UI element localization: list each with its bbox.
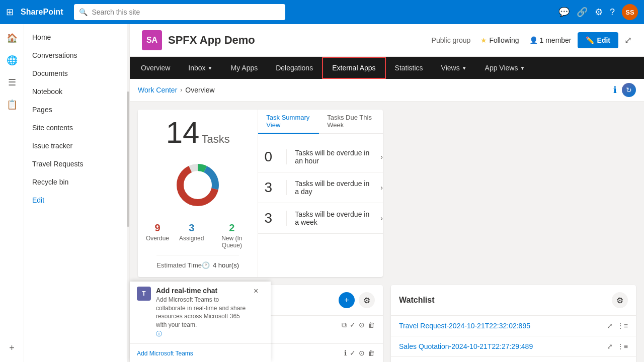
tab-tasks-due-week[interactable]: Tasks Due This Week bbox=[319, 110, 383, 134]
watchlist-card: Watchlist ⚙ Travel Request-2024-10-21T22… bbox=[391, 285, 636, 362]
task-summary-row-0: 0 Tasks will be overdue in an hour › bbox=[258, 142, 383, 172]
sidebar-item-site-contents[interactable]: Site contents bbox=[24, 119, 129, 137]
share-icon[interactable]: 🔗 bbox=[577, 7, 588, 18]
watchlist-item-1: Sales Quotation-2024-10-21T22:27:29:489 … bbox=[391, 336, 636, 357]
watchlist-item-0-name[interactable]: Travel Request-2024-10-21T22:32:02:895 bbox=[399, 322, 602, 330]
site-logo: SA bbox=[142, 30, 162, 50]
svg-point-4 bbox=[187, 174, 209, 196]
planned-task-1-delete-icon[interactable]: 🗑 bbox=[368, 349, 375, 357]
tab-myapps[interactable]: My Apps bbox=[222, 57, 267, 79]
tab-task-summary-view[interactable]: Task Summary View bbox=[258, 110, 319, 134]
settings-icon[interactable]: ⚙ bbox=[595, 7, 603, 18]
add-teams-link[interactable]: Add Microsoft Teams bbox=[137, 350, 193, 357]
task-row-count-0: 0 bbox=[258, 149, 278, 165]
planned-task-1-info-icon[interactable]: ℹ bbox=[344, 349, 347, 357]
watchlist-item-1-menu-icon[interactable]: ⋮≡ bbox=[617, 342, 628, 350]
sidebar-icon-tasks[interactable]: 📋 bbox=[2, 95, 22, 115]
teams-popup: T Add real-time chat Add Microsoft Teams… bbox=[130, 282, 271, 362]
teams-popup-close-button[interactable]: × bbox=[254, 287, 264, 296]
planned-task-1-clock-icon[interactable]: ⊙ bbox=[359, 349, 365, 357]
teams-popup-header: T Add real-time chat Add Microsoft Teams… bbox=[130, 282, 271, 344]
star-icon: ★ bbox=[480, 36, 487, 44]
teams-popup-body: Add Microsoft Teams bbox=[130, 344, 271, 362]
task-summary-row-1: 3 Tasks will be overdue in a day › bbox=[258, 172, 383, 203]
sidebar-nav: Home Conversations Documents Notebook Pa… bbox=[24, 24, 129, 213]
nav-tabs: Overview Inbox ▼ My Apps Delegations Ext… bbox=[130, 57, 644, 79]
task-row-arrow-1[interactable]: › bbox=[380, 184, 383, 192]
watchlist-item-0: Travel Request-2024-10-21T22:32:02:895 ⤢… bbox=[391, 316, 636, 336]
tab-views[interactable]: Views ▼ bbox=[432, 57, 476, 79]
search-icon: 🔍 bbox=[79, 8, 88, 16]
sidebar-item-pages[interactable]: Pages bbox=[24, 101, 129, 119]
tab-inbox[interactable]: Inbox ▼ bbox=[179, 57, 221, 79]
expand-icon[interactable]: ⤢ bbox=[624, 35, 632, 46]
avatar[interactable]: SS bbox=[622, 4, 638, 20]
task-summary-row-2: 3 Tasks will be overdue in a week › bbox=[258, 203, 383, 234]
task-overview-right: Task Summary View Tasks Due This Week 0 … bbox=[258, 110, 383, 277]
watchlist-item-0-menu-icon[interactable]: ⋮≡ bbox=[617, 322, 628, 330]
sidebar-item-issue-tracker[interactable]: Issue tracker bbox=[24, 137, 129, 155]
sidebar-icon-global[interactable]: 🌐 bbox=[2, 50, 22, 70]
tab-app-views[interactable]: App Views ▼ bbox=[476, 57, 534, 79]
teams-popup-title: Add real-time chat bbox=[156, 287, 249, 295]
public-group-label: Public group bbox=[432, 36, 471, 44]
task-row-count-2: 3 bbox=[258, 210, 278, 226]
task-total-count: 14 bbox=[166, 118, 200, 148]
watchlist-item-0-share-icon[interactable]: ⤢ bbox=[607, 322, 613, 330]
task-stat-assigned: 3 Assigned bbox=[179, 222, 204, 249]
task-row-arrow-0[interactable]: › bbox=[380, 153, 383, 161]
planned-task-0-actions: ⧉ ✓ ⊙ 🗑 bbox=[342, 321, 375, 329]
sidebar-item-conversations[interactable]: Conversations bbox=[24, 46, 129, 64]
watchlist-item-1-share-icon[interactable]: ⤢ bbox=[607, 342, 613, 350]
task-row-arrow-2[interactable]: › bbox=[380, 214, 383, 222]
clock-icon: 🕐 bbox=[202, 261, 210, 269]
planned-tasks-settings-button[interactable]: ⚙ bbox=[359, 292, 375, 308]
tab-overview[interactable]: Overview bbox=[132, 57, 179, 79]
watchlist-item-1-name[interactable]: Sales Quotation-2024-10-21T22:27:29:489 bbox=[399, 342, 602, 350]
sidebar-item-travel-requests[interactable]: Travel Requests bbox=[24, 155, 129, 173]
refresh-button[interactable]: ↻ bbox=[622, 83, 636, 97]
inbox-arrow-icon: ▼ bbox=[208, 65, 213, 71]
tab-external-apps[interactable]: External Apps bbox=[322, 57, 385, 79]
planned-task-0-clock-icon[interactable]: ⊙ bbox=[359, 321, 365, 329]
task-row-divider-0 bbox=[286, 149, 287, 164]
breadcrumb-bar: Work Center › Overview ℹ ↻ bbox=[130, 79, 644, 102]
members-label[interactable]: 👤 1 member bbox=[529, 36, 572, 44]
grid-icon[interactable]: ⊞ bbox=[6, 7, 14, 18]
planned-tasks-actions: + ⚙ bbox=[339, 292, 375, 308]
sharepoint-logo[interactable]: SharePoint bbox=[21, 8, 63, 17]
edit-button[interactable]: ✏️ Edit bbox=[578, 32, 618, 48]
sidebar-item-home[interactable]: Home bbox=[24, 28, 129, 46]
breadcrumb-parent[interactable]: Work Center bbox=[138, 86, 177, 94]
views-arrow-icon: ▼ bbox=[462, 65, 467, 71]
planned-task-0-delete-icon[interactable]: 🗑 bbox=[368, 321, 375, 329]
teams-learn-more-icon[interactable]: ⓘ bbox=[156, 330, 162, 337]
sidebar-icon-list[interactable]: ☰ bbox=[2, 72, 22, 93]
sidebar-item-notebook[interactable]: Notebook bbox=[24, 82, 129, 101]
top-nav-actions: 💬 🔗 ⚙ ? SS bbox=[558, 4, 638, 20]
help-icon[interactable]: ? bbox=[610, 7, 615, 18]
sidebar-icon-home[interactable]: 🏠 bbox=[2, 28, 22, 48]
left-sidebar: 🏠 🌐 ☰ 📋 + bbox=[0, 24, 24, 362]
site-actions: Public group ★ Following 👤 1 member bbox=[432, 36, 572, 44]
planned-task-1-check-icon[interactable]: ✓ bbox=[350, 349, 356, 357]
sidebar-item-documents[interactable]: Documents bbox=[24, 64, 129, 82]
watchlist-settings-button[interactable]: ⚙ bbox=[612, 292, 628, 308]
watchlist-actions: ⚙ bbox=[612, 292, 628, 308]
sidebar-item-recycle-bin[interactable]: Recycle bin bbox=[24, 173, 129, 191]
breadcrumb-current: Overview bbox=[185, 86, 214, 94]
watchlist-item-1-actions: ⤢ ⋮≡ bbox=[607, 342, 628, 350]
info-icon[interactable]: ℹ bbox=[613, 84, 617, 96]
following-button[interactable]: ★ Following bbox=[480, 36, 519, 44]
planned-task-0-export-icon[interactable]: ⧉ bbox=[342, 321, 347, 329]
tab-delegations[interactable]: Delegations bbox=[267, 57, 322, 79]
sidebar-icon-add[interactable]: + bbox=[2, 338, 22, 358]
planned-task-0-check-icon[interactable]: ✓ bbox=[350, 321, 356, 329]
add-task-button[interactable]: + bbox=[339, 292, 355, 308]
chat-icon[interactable]: 💬 bbox=[558, 7, 570, 18]
sidebar-edit-link[interactable]: Edit bbox=[24, 191, 129, 209]
breadcrumb-actions: ℹ ↻ bbox=[613, 83, 636, 97]
search-input[interactable] bbox=[92, 8, 280, 16]
tab-statistics[interactable]: Statistics bbox=[386, 57, 432, 79]
task-row-divider-2 bbox=[286, 211, 287, 226]
